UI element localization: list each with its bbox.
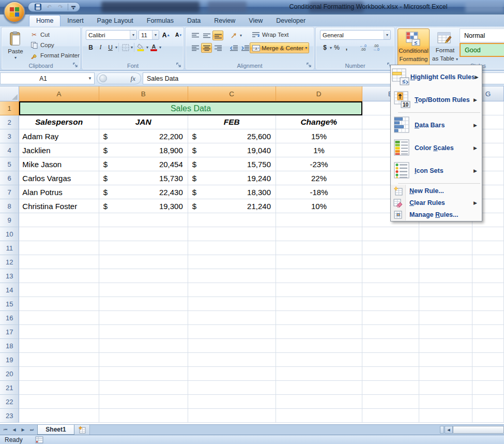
cut-button[interactable]: ✂ Cut: [30, 29, 80, 40]
cell-G22[interactable]: [472, 395, 504, 409]
borders-icon[interactable]: [120, 42, 131, 52]
cell-B6[interactable]: $15,730: [99, 171, 188, 185]
cell-A9[interactable]: [19, 213, 99, 227]
cell-C8[interactable]: $21,240: [188, 199, 276, 213]
insert-worksheet-button[interactable]: [74, 425, 90, 435]
undo-icon[interactable]: ↶: [45, 3, 53, 11]
style-normal[interactable]: Normal: [460, 28, 504, 42]
cell-G15[interactable]: [472, 297, 504, 311]
cell-C7[interactable]: $18,300: [188, 185, 276, 199]
cell-D10[interactable]: [276, 227, 362, 241]
paste-dropdown-arrow[interactable]: ▾: [14, 55, 17, 60]
row-header-11[interactable]: 11: [0, 241, 19, 255]
cell-A2[interactable]: Salesperson: [19, 115, 99, 129]
column-header-C[interactable]: C: [188, 86, 276, 101]
cell-C5[interactable]: $15,750: [188, 157, 276, 171]
cell-G17[interactable]: [472, 325, 504, 339]
previous-sheet-icon[interactable]: ◀: [10, 426, 18, 434]
column-header-B[interactable]: B: [99, 86, 188, 101]
cell-F22[interactable]: [419, 395, 472, 409]
cell-E11[interactable]: [362, 241, 419, 255]
name-box-dropdown-arrow[interactable]: ▼: [86, 73, 94, 84]
cell-D4[interactable]: 1%: [276, 143, 362, 157]
cell-F23[interactable]: [419, 409, 472, 423]
cell-C6[interactable]: $19,240: [188, 171, 276, 185]
cell-F20[interactable]: [419, 367, 472, 381]
cell-C13[interactable]: [188, 269, 276, 283]
cell-A8[interactable]: Christina Foster: [19, 199, 99, 213]
cell-G16[interactable]: [472, 311, 504, 325]
customize-qat-icon[interactable]: ▬▾: [71, 5, 75, 10]
menu-item-new-rule[interactable]: New Rule...: [391, 185, 482, 197]
row-header-1[interactable]: 1: [0, 101, 19, 115]
first-sheet-icon[interactable]: ⏮: [2, 426, 9, 434]
cell-D22[interactable]: [276, 395, 362, 409]
cell-C17[interactable]: [188, 325, 276, 339]
row-header-7[interactable]: 7: [0, 185, 19, 199]
cell-B21[interactable]: [99, 381, 188, 395]
cell-C3[interactable]: $25,600: [188, 129, 276, 143]
cell-C22[interactable]: [188, 395, 276, 409]
cell-A14[interactable]: [19, 283, 99, 297]
cell-B23[interactable]: [99, 409, 188, 423]
cell-C12[interactable]: [188, 255, 276, 269]
cell-G18[interactable]: [472, 339, 504, 353]
menu-item-icon-sets[interactable]: Icon Sets ▶: [391, 159, 482, 182]
column-header-D[interactable]: D: [276, 86, 362, 101]
menu-item-color-scales[interactable]: Color Scales ▶: [391, 137, 482, 159]
cell-E12[interactable]: [362, 255, 419, 269]
center-icon[interactable]: [201, 43, 212, 53]
row-header-20[interactable]: 20: [0, 367, 19, 381]
cell-B17[interactable]: [99, 325, 188, 339]
bottom-align-icon[interactable]: [212, 31, 223, 40]
tab-view[interactable]: View: [242, 16, 269, 26]
merge-and-center-dropdown-arrow[interactable]: ▾: [305, 46, 307, 50]
cell-C4[interactable]: $19,040: [188, 143, 276, 157]
cell-A6[interactable]: Carlos Vargas: [19, 171, 99, 185]
cell-B4[interactable]: $18,900: [99, 143, 188, 157]
cell-F11[interactable]: [419, 241, 472, 255]
tab-developer[interactable]: Developer: [269, 16, 312, 26]
cell-C14[interactable]: [188, 283, 276, 297]
cell-F14[interactable]: [419, 283, 472, 297]
row-header-21[interactable]: 21: [0, 381, 19, 395]
cell-F10[interactable]: [419, 227, 472, 241]
orientation-dropdown-arrow[interactable]: ▾: [240, 33, 242, 38]
cell-C9[interactable]: [188, 213, 276, 227]
cell-E21[interactable]: [362, 381, 419, 395]
cell-A7[interactable]: Alan Potrus: [19, 185, 99, 199]
cell-A22[interactable]: [19, 395, 99, 409]
cell-A15[interactable]: [19, 297, 99, 311]
cell-D13[interactable]: [276, 269, 362, 283]
accounting-format-button[interactable]: $: [320, 43, 330, 53]
font-size-combobox[interactable]: 11 ▾: [139, 30, 159, 40]
cell-A21[interactable]: [19, 381, 99, 395]
menu-item-clear-rules[interactable]: Clear Rules ▶: [391, 197, 482, 209]
alignment-dialog-launcher-icon[interactable]: [307, 63, 312, 68]
cell-D12[interactable]: [276, 255, 362, 269]
last-sheet-icon[interactable]: ⏭: [28, 426, 36, 434]
cell-A23[interactable]: [19, 409, 99, 423]
cell-A19[interactable]: [19, 353, 99, 367]
row-header-19[interactable]: 19: [0, 353, 19, 367]
row-header-8[interactable]: 8: [0, 199, 19, 213]
cell-B2[interactable]: JAN: [99, 115, 188, 129]
cell-E18[interactable]: [362, 339, 419, 353]
save-icon[interactable]: [34, 3, 42, 11]
office-button[interactable]: [4, 1, 25, 23]
row-header-2[interactable]: 2: [0, 115, 19, 129]
cell-A11[interactable]: [19, 241, 99, 255]
tab-data[interactable]: Data: [180, 16, 207, 26]
row-header-23[interactable]: 23: [0, 409, 19, 423]
cell-E23[interactable]: [362, 409, 419, 423]
underline-button[interactable]: U: [105, 42, 115, 52]
cell-G10[interactable]: [472, 227, 504, 241]
cell-D19[interactable]: [276, 353, 362, 367]
conditional-formatting-button[interactable]: ≤ Conditional Formatting ▾: [398, 28, 430, 69]
sheet-tab-sheet1[interactable]: Sheet1: [37, 425, 74, 435]
cell-D7[interactable]: -18%: [276, 185, 362, 199]
cell-D6[interactable]: 22%: [276, 171, 362, 185]
cell-D2[interactable]: Change%: [276, 115, 362, 129]
cell-C23[interactable]: [188, 409, 276, 423]
cell-A10[interactable]: [19, 227, 99, 241]
